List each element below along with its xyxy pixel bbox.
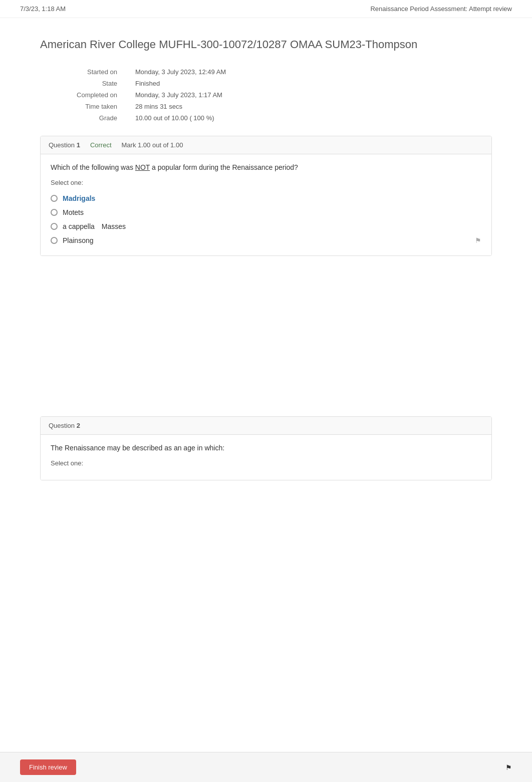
- mark-info-1: Mark 1.00 out of 1.00: [122, 141, 183, 149]
- attempt-info-table: Started on Monday, 3 July 2023, 12:49 AM…: [40, 66, 492, 124]
- select-one-label-1: Select one:: [51, 179, 481, 186]
- question-label-1: Question 1: [49, 141, 80, 149]
- info-row-completed: Completed on Monday, 3 July 2023, 1:17 A…: [40, 89, 492, 101]
- time-taken-value: 28 mins 31 secs: [120, 101, 492, 112]
- option-motets[interactable]: Motets: [51, 205, 481, 219]
- correct-badge-1: Correct: [90, 141, 112, 149]
- state-value: Finished: [120, 78, 492, 89]
- top-bar: 7/3/23, 1:18 AM Renaissance Period Asses…: [0, 0, 532, 18]
- option-label-acappella: a cappella: [63, 222, 95, 230]
- flag-icon-1[interactable]: ⚑: [475, 236, 481, 244]
- question-header-1: Question 1 Correct Mark 1.00 out of 1.00: [41, 136, 491, 154]
- page-heading: Renaissance Period Assessment: Attempt r…: [370, 5, 512, 13]
- option-label-madrigals: Madrigals: [63, 194, 95, 202]
- question-body-1: Which of the following was NOT a popular…: [41, 154, 491, 255]
- state-label: State: [40, 78, 120, 89]
- question-number-2: 2: [77, 422, 80, 429]
- info-row-grade: Grade 10.00 out of 10.00 ( 100 %): [40, 112, 492, 124]
- spacer-bottom: [40, 691, 492, 731]
- option-label-masses: Masses: [102, 222, 126, 230]
- grade-value: 10.00 out of 10.00 ( 100 %): [120, 112, 492, 124]
- info-row-time: Time taken 28 mins 31 secs: [40, 101, 492, 112]
- started-on-label: Started on: [40, 66, 120, 78]
- page-bottom-space: [40, 490, 492, 691]
- question-text-1: Which of the following was NOT a popular…: [51, 162, 481, 173]
- question-header-2: Question 2: [41, 417, 491, 435]
- finish-bar: Finish review ⚑: [0, 752, 532, 782]
- question-body-2: The Renaissance may be described as an a…: [41, 435, 491, 480]
- option-label-motets: Motets: [63, 208, 84, 216]
- started-on-value: Monday, 3 July 2023, 12:49 AM: [120, 66, 492, 78]
- info-section: Started on Monday, 3 July 2023, 12:49 AM…: [40, 66, 492, 124]
- course-title: American River College MUFHL-300-10072/1…: [40, 38, 492, 51]
- radio-motets[interactable]: [51, 209, 58, 216]
- info-row-started: Started on Monday, 3 July 2023, 12:49 AM: [40, 66, 492, 78]
- completed-on-label: Completed on: [40, 89, 120, 101]
- option-label-plainsong: Plainsong: [63, 236, 94, 244]
- question-text-2: The Renaissance may be described as an a…: [51, 443, 481, 453]
- question-number-1: 1: [77, 141, 80, 149]
- question-label-2: Question 2: [49, 422, 80, 429]
- spacer-between-questions: [40, 266, 492, 416]
- select-one-label-2: Select one:: [51, 459, 481, 467]
- radio-acappella[interactable]: [51, 223, 58, 230]
- info-row-state: State Finished: [40, 78, 492, 89]
- question-block-1: Question 1 Correct Mark 1.00 out of 1.00…: [40, 136, 492, 256]
- timestamp: 7/3/23, 1:18 AM: [20, 5, 66, 13]
- option-madrigals[interactable]: Madrigals: [51, 191, 481, 205]
- finish-review-button[interactable]: Finish review: [20, 759, 76, 775]
- radio-plainsong[interactable]: [51, 237, 58, 244]
- option-plainsong[interactable]: Plainsong ⚑: [51, 233, 481, 247]
- finish-bar-right: ⚑: [505, 763, 512, 771]
- time-taken-label: Time taken: [40, 101, 120, 112]
- completed-on-value: Monday, 3 July 2023, 1:17 AM: [120, 89, 492, 101]
- question-block-2: Question 2 The Renaissance may be descri…: [40, 416, 492, 480]
- main-content: American River College MUFHL-300-10072/1…: [0, 18, 532, 751]
- options-list-1: Madrigals Motets a cappella Masses Plain…: [51, 191, 481, 247]
- grade-label: Grade: [40, 112, 120, 124]
- not-underline: NOT: [135, 163, 150, 171]
- radio-madrigals[interactable]: [51, 195, 58, 202]
- option-acappella[interactable]: a cappella Masses: [51, 219, 481, 233]
